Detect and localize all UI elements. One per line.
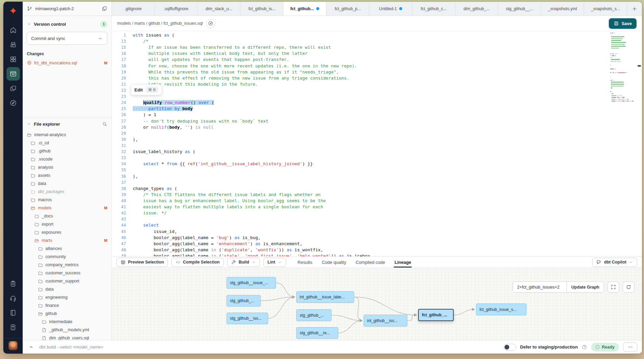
rail-item-notes-clipboard[interactable]	[6, 277, 20, 290]
defer-toggle[interactable]	[503, 344, 516, 351]
editor-tab[interactable]: fct_github_p...	[326, 2, 369, 16]
editor-tab[interactable]: .sqlfluffignore	[155, 2, 198, 16]
file-tree-item[interactable]: macros	[23, 196, 111, 204]
code-editor[interactable]: 1with issues as (13 /*15 If an issue has…	[112, 31, 642, 256]
file-tree-item[interactable]: _docs	[23, 212, 111, 220]
lineage-node[interactable]: int_github__iss...	[364, 315, 407, 326]
file-tree-item[interactable]: export	[23, 220, 111, 228]
editor-tab[interactable]: dim_slack_u...	[198, 2, 241, 16]
file-tree-item[interactable]: dbt_packages	[23, 188, 111, 196]
changed-file-item[interactable]: fct_dbt_invocations.sql M	[27, 60, 107, 65]
panel-tab-lineage[interactable]: Lineage	[394, 257, 411, 268]
scrollbar-thumb[interactable]	[638, 65, 641, 67]
lineage-selector-input[interactable]	[513, 282, 566, 292]
file-tree-item[interactable]: .github	[23, 147, 111, 155]
tab-label: .sqlfluffignore	[164, 6, 188, 11]
file-tree-item[interactable]: .ci_cd	[23, 139, 111, 147]
editor-tab[interactable]: .gitignore	[112, 2, 155, 16]
chevron-down-icon[interactable]	[27, 122, 31, 126]
file-tree-item[interactable]: company_metrics	[23, 261, 111, 269]
file-tree-item[interactable]: alliances	[23, 245, 111, 253]
lineage-node[interactable]: stg_github__iss...	[227, 313, 268, 324]
command-input[interactable]	[39, 344, 499, 350]
rail-item-deploy-windows[interactable]	[6, 82, 20, 95]
file-name: github	[45, 311, 107, 316]
folder-open-icon	[30, 206, 36, 211]
line-number: 45	[112, 229, 133, 235]
lineage-node[interactable]: stg_github_...	[227, 295, 261, 307]
editor-tab[interactable]: _snapshots.yml	[541, 2, 584, 16]
copilot-badge-icon[interactable]	[206, 19, 215, 28]
lineage-node[interactable]: stg_github__issue_...	[227, 277, 276, 289]
rail-item-home[interactable]	[6, 23, 20, 37]
editor-tab[interactable]: _snapshots_s...	[584, 2, 627, 16]
file-tree-item[interactable]: assets	[23, 171, 111, 180]
panel-tab-results[interactable]: Results	[298, 257, 312, 268]
rail-item-environments[interactable]	[6, 38, 20, 51]
rail-item-ide[interactable]	[6, 67, 20, 81]
file-tree-item[interactable]: analysis	[23, 163, 111, 171]
copy-icon[interactable]	[102, 6, 107, 12]
lineage-node[interactable]: int_github__issue_labe...	[296, 291, 354, 303]
lint-button[interactable]: Lint	[263, 258, 286, 267]
rail-item-support-headset[interactable]	[6, 291, 20, 305]
build-button[interactable]: Build	[227, 258, 260, 267]
node-label: stg_github_...	[230, 298, 254, 303]
file-tree-item[interactable]: internal-analytics	[23, 131, 111, 139]
rail-item-docs-book[interactable]	[6, 306, 20, 319]
more-options-button[interactable]	[623, 342, 637, 352]
file-tree-item[interactable]: customer_support	[23, 277, 111, 285]
code-line: 16 multiple issues with identical body t…	[112, 50, 642, 57]
lineage-node[interactable]: stg_github_...	[296, 309, 331, 321]
file-tree-item[interactable]: customer_success	[23, 269, 111, 277]
rail-item-changelog-kiosk[interactable]	[6, 320, 20, 334]
editor-tab[interactable]: Untitled-1	[369, 2, 412, 16]
update-graph-button[interactable]: Update Graph	[566, 282, 604, 292]
editor-tab[interactable]: dim_github_...	[455, 2, 498, 16]
file-tree-item[interactable]: finance	[23, 301, 111, 310]
fullscreen-button[interactable]	[607, 281, 619, 293]
editor-tab[interactable]: fct_github_is...	[240, 2, 283, 16]
rail-item-projects-grid[interactable]	[6, 52, 20, 66]
file-tree-item[interactable]: .vscode	[23, 155, 111, 163]
lineage-node[interactable]: fct_github_issue_s...	[476, 303, 527, 315]
file-tree-item[interactable]: _github__models.yml	[23, 326, 111, 334]
expand-command-bar-button[interactable]	[27, 344, 35, 350]
help-icon[interactable]	[582, 344, 587, 350]
editor-tab[interactable]: stg_github__...	[498, 2, 541, 16]
lineage-node[interactable]: fct_github_...	[418, 309, 454, 321]
file-tree-item[interactable]: community	[23, 253, 111, 261]
file-tree-item[interactable]: github	[23, 310, 111, 318]
file-tree-item[interactable]: dim_github_users.sql	[23, 334, 111, 340]
code-line: 30),	[112, 136, 642, 143]
dbt-copilot-button[interactable]: dbt Copilot	[592, 258, 637, 267]
editor-tab[interactable]: fct_github_c...	[412, 2, 455, 16]
unsaved-dot-icon	[399, 7, 402, 10]
panel-tab-compiled-code[interactable]: Compiled code	[356, 257, 385, 268]
modified-badge: M	[104, 61, 107, 65]
panel-tab-code-quality[interactable]: Code quality	[322, 257, 346, 268]
search-icon[interactable]	[102, 121, 107, 127]
file-tree-item[interactable]: intermediate	[23, 318, 111, 326]
preview-selection-button[interactable]: Preview Selection	[116, 258, 168, 267]
lineage-node[interactable]: stg_github__re...	[296, 327, 338, 339]
rail-item-orchestration-compass[interactable]	[6, 96, 20, 110]
tab-label: fct_github_c...	[421, 6, 447, 11]
minimap[interactable]	[610, 33, 637, 103]
file-tree-item[interactable]: data	[23, 285, 111, 293]
new-tab-button[interactable]	[627, 2, 642, 16]
save-button[interactable]: Save	[609, 18, 637, 29]
editor-tab[interactable]: fct_github...	[283, 2, 326, 16]
user-avatar[interactable]	[8, 341, 18, 350]
file-tree-item[interactable]: engineering	[23, 293, 111, 301]
edit-tooltip[interactable]: Edit ⌘ B	[131, 84, 162, 95]
refresh-graph-button[interactable]	[623, 281, 635, 293]
line-number: 43	[112, 216, 133, 222]
compile-selection-button[interactable]: Compile Selection	[171, 258, 223, 267]
file-tree-item[interactable]: martsM	[23, 236, 111, 245]
file-tree-item[interactable]: modelsM	[23, 204, 111, 212]
file-tree-item[interactable]: data	[23, 180, 111, 188]
chevron-down-icon[interactable]	[27, 22, 31, 26]
commit-and-sync-button[interactable]: Commit and sync	[27, 32, 107, 45]
file-tree-item[interactable]: exposures	[23, 228, 111, 236]
